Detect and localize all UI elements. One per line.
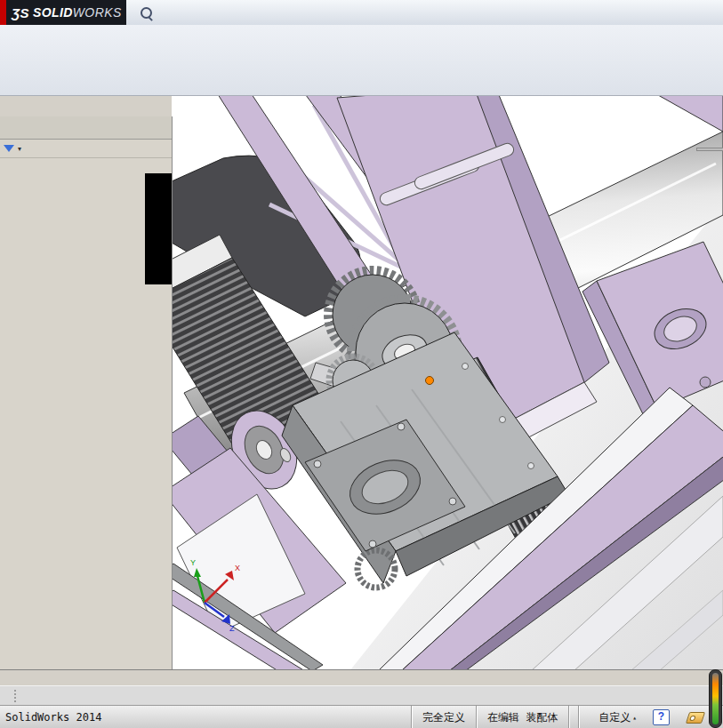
manager-panel-tabs <box>0 116 172 140</box>
featuremanager-panel: ▾ <box>0 116 173 669</box>
filter-caret-icon[interactable]: ▾ <box>18 145 21 153</box>
define-state-cell: 完全定义 <box>411 706 476 728</box>
model-canvas[interactable]: Y X Z <box>172 96 723 671</box>
viewport-showthrough <box>145 173 172 284</box>
toolbar-grip[interactable] <box>14 690 19 702</box>
overlay-slider[interactable] <box>709 669 722 728</box>
title-bar: ƷS SOLIDWORKS <box>0 0 723 26</box>
command-manager-toolbar <box>0 25 723 96</box>
status-text: SolidWorks 2014 <box>0 711 411 724</box>
model-motion-tabbar <box>0 669 723 686</box>
window-edge-stripe <box>0 0 6 25</box>
solidworks-logo-mark: ƷS <box>12 5 29 20</box>
quick-snaps-toolbar <box>0 685 723 705</box>
tree-filter-row[interactable]: ▾ <box>0 140 172 158</box>
customize-label: 自定义 <box>598 710 631 725</box>
solidworks-logo: ƷS SOLIDWORKS <box>0 0 126 25</box>
triad-z-label: Z <box>229 624 235 633</box>
customize-caret-icon: ▴ <box>632 714 637 722</box>
solidworks-window: ƷS SOLIDWORKS <box>0 0 723 728</box>
status-help-button[interactable]: ? <box>653 709 670 725</box>
task-pane-tabs <box>696 148 723 151</box>
status-spacer-cell <box>578 706 588 728</box>
edit-state-cell: 在编辑 装配体 <box>476 706 568 728</box>
status-spacer-cell <box>568 706 578 728</box>
tag-icon[interactable] <box>686 712 705 724</box>
customize-dropdown[interactable]: 自定义 ▴ <box>588 706 640 728</box>
status-bar: SolidWorks 2014 完全定义 在编辑 装配体 自定义 ▴ ? <box>0 705 723 728</box>
graphics-viewport[interactable]: Y X Z <box>172 96 723 671</box>
triad-x-label: X <box>235 564 240 572</box>
solidworks-logo-strong: SOLID <box>33 5 73 20</box>
selection-point-marker[interactable] <box>426 377 434 385</box>
solidworks-logo-light: WORKS <box>73 5 122 20</box>
search-icon[interactable] <box>141 7 152 19</box>
triad-y-label: Y <box>190 558 196 567</box>
filter-funnel-icon[interactable] <box>4 145 14 152</box>
